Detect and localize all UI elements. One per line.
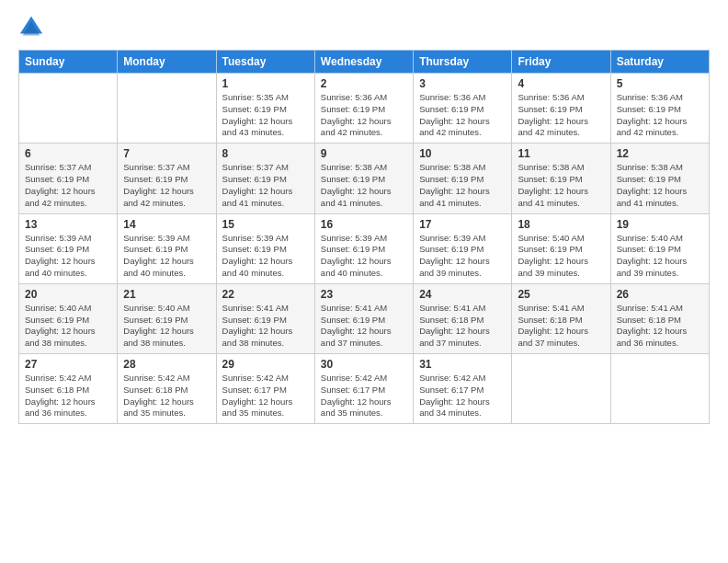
weekday-header-monday: Monday [118,51,216,74]
day-info: Sunrise: 5:41 AM Sunset: 6:18 PM Dayligh… [419,303,506,350]
day-info: Sunrise: 5:40 AM Sunset: 6:19 PM Dayligh… [518,233,604,280]
calendar-cell [118,74,216,144]
calendar-cell: 1Sunrise: 5:35 AM Sunset: 6:19 PM Daylig… [216,74,314,144]
day-info: Sunrise: 5:36 AM Sunset: 6:19 PM Dayligh… [518,92,604,139]
day-number: 30 [321,358,407,371]
day-number: 3 [419,77,506,90]
day-info: Sunrise: 5:42 AM Sunset: 6:17 PM Dayligh… [222,373,309,419]
calendar-cell: 11Sunrise: 5:38 AM Sunset: 6:19 PM Dayli… [512,144,610,213]
day-info: Sunrise: 5:40 AM Sunset: 6:19 PM Dayligh… [617,233,703,280]
weekday-header-row: SundayMondayTuesdayWednesdayThursdayFrid… [19,51,710,74]
day-info: Sunrise: 5:38 AM Sunset: 6:19 PM Dayligh… [321,162,407,209]
day-info: Sunrise: 5:37 AM Sunset: 6:19 PM Dayligh… [123,162,210,209]
calendar-cell [512,354,610,424]
calendar-cell: 13Sunrise: 5:39 AM Sunset: 6:19 PM Dayli… [19,213,118,283]
calendar-cell [610,354,709,424]
day-number: 27 [25,358,111,371]
calendar-cell: 27Sunrise: 5:42 AM Sunset: 6:18 PM Dayli… [19,354,118,424]
day-number: 14 [123,218,210,231]
day-number: 16 [321,218,407,231]
day-number: 19 [617,218,703,231]
calendar-cell: 20Sunrise: 5:40 AM Sunset: 6:19 PM Dayli… [19,283,118,353]
day-number: 2 [321,77,407,90]
weekday-header-thursday: Thursday [414,51,512,74]
day-number: 17 [419,218,506,231]
header [18,15,710,40]
day-info: Sunrise: 5:39 AM Sunset: 6:19 PM Dayligh… [321,233,407,280]
calendar-cell: 26Sunrise: 5:41 AM Sunset: 6:18 PM Dayli… [610,283,709,353]
weekday-header-wednesday: Wednesday [314,51,413,74]
day-number: 15 [222,218,309,231]
day-info: Sunrise: 5:41 AM Sunset: 6:19 PM Dayligh… [321,303,407,350]
day-number: 6 [25,147,111,160]
calendar-cell: 3Sunrise: 5:36 AM Sunset: 6:19 PM Daylig… [414,74,512,144]
day-number: 4 [518,77,604,90]
day-info: Sunrise: 5:40 AM Sunset: 6:19 PM Dayligh… [123,303,210,350]
day-number: 13 [25,218,111,231]
day-info: Sunrise: 5:42 AM Sunset: 6:17 PM Dayligh… [321,373,407,419]
day-number: 9 [321,147,407,160]
calendar-cell: 9Sunrise: 5:38 AM Sunset: 6:19 PM Daylig… [314,144,413,213]
weekday-header-saturday: Saturday [610,51,709,74]
day-info: Sunrise: 5:41 AM Sunset: 6:18 PM Dayligh… [518,303,604,350]
day-number: 22 [222,288,309,301]
day-info: Sunrise: 5:37 AM Sunset: 6:19 PM Dayligh… [222,162,309,209]
calendar-week-row: 20Sunrise: 5:40 AM Sunset: 6:19 PM Dayli… [19,283,710,353]
calendar-cell: 21Sunrise: 5:40 AM Sunset: 6:19 PM Dayli… [118,283,216,353]
day-info: Sunrise: 5:35 AM Sunset: 6:19 PM Dayligh… [222,92,309,139]
day-number: 18 [518,218,604,231]
day-info: Sunrise: 5:42 AM Sunset: 6:18 PM Dayligh… [25,373,111,419]
weekday-header-friday: Friday [512,51,610,74]
day-info: Sunrise: 5:41 AM Sunset: 6:19 PM Dayligh… [222,303,309,350]
day-number: 10 [419,147,506,160]
calendar-week-row: 27Sunrise: 5:42 AM Sunset: 6:18 PM Dayli… [19,354,710,424]
day-info: Sunrise: 5:38 AM Sunset: 6:19 PM Dayligh… [518,162,604,209]
day-number: 1 [222,77,309,90]
day-info: Sunrise: 5:39 AM Sunset: 6:19 PM Dayligh… [123,233,210,280]
calendar-cell: 24Sunrise: 5:41 AM Sunset: 6:18 PM Dayli… [414,283,512,353]
day-number: 21 [123,288,210,301]
calendar-cell: 15Sunrise: 5:39 AM Sunset: 6:19 PM Dayli… [216,213,314,283]
calendar-cell: 4Sunrise: 5:36 AM Sunset: 6:19 PM Daylig… [512,74,610,144]
calendar-table: SundayMondayTuesdayWednesdayThursdayFrid… [18,50,710,424]
logo [18,15,48,40]
calendar-cell: 18Sunrise: 5:40 AM Sunset: 6:19 PM Dayli… [512,213,610,283]
day-number: 24 [419,288,506,301]
calendar-cell: 31Sunrise: 5:42 AM Sunset: 6:17 PM Dayli… [414,354,512,424]
day-number: 12 [617,147,703,160]
day-info: Sunrise: 5:37 AM Sunset: 6:19 PM Dayligh… [25,162,111,209]
weekday-header-tuesday: Tuesday [216,51,314,74]
day-number: 25 [518,288,604,301]
calendar-cell: 29Sunrise: 5:42 AM Sunset: 6:17 PM Dayli… [216,354,314,424]
day-number: 31 [419,358,506,371]
day-number: 28 [123,358,210,371]
day-number: 26 [617,288,703,301]
calendar-cell: 2Sunrise: 5:36 AM Sunset: 6:19 PM Daylig… [314,74,413,144]
weekday-header-sunday: Sunday [19,51,118,74]
day-info: Sunrise: 5:39 AM Sunset: 6:19 PM Dayligh… [419,233,506,280]
day-number: 5 [617,77,703,90]
day-number: 20 [25,288,111,301]
day-number: 8 [222,147,309,160]
day-info: Sunrise: 5:36 AM Sunset: 6:19 PM Dayligh… [321,92,407,139]
calendar-cell: 5Sunrise: 5:36 AM Sunset: 6:19 PM Daylig… [610,74,709,144]
calendar-cell: 30Sunrise: 5:42 AM Sunset: 6:17 PM Dayli… [314,354,413,424]
day-info: Sunrise: 5:42 AM Sunset: 6:17 PM Dayligh… [419,373,506,419]
page: SundayMondayTuesdayWednesdayThursdayFrid… [0,0,728,563]
calendar-cell: 23Sunrise: 5:41 AM Sunset: 6:19 PM Dayli… [314,283,413,353]
calendar-cell [19,74,118,144]
calendar-cell: 8Sunrise: 5:37 AM Sunset: 6:19 PM Daylig… [216,144,314,213]
calendar-cell: 17Sunrise: 5:39 AM Sunset: 6:19 PM Dayli… [414,213,512,283]
day-info: Sunrise: 5:40 AM Sunset: 6:19 PM Dayligh… [25,303,111,350]
day-info: Sunrise: 5:38 AM Sunset: 6:19 PM Dayligh… [617,162,703,209]
day-number: 23 [321,288,407,301]
calendar-week-row: 6Sunrise: 5:37 AM Sunset: 6:19 PM Daylig… [19,144,710,213]
calendar-week-row: 1Sunrise: 5:35 AM Sunset: 6:19 PM Daylig… [19,74,710,144]
day-number: 7 [123,147,210,160]
calendar-cell: 28Sunrise: 5:42 AM Sunset: 6:18 PM Dayli… [118,354,216,424]
calendar-cell: 25Sunrise: 5:41 AM Sunset: 6:18 PM Dayli… [512,283,610,353]
calendar-cell: 14Sunrise: 5:39 AM Sunset: 6:19 PM Dayli… [118,213,216,283]
day-info: Sunrise: 5:36 AM Sunset: 6:19 PM Dayligh… [617,92,703,139]
day-info: Sunrise: 5:36 AM Sunset: 6:19 PM Dayligh… [419,92,506,139]
calendar-cell: 10Sunrise: 5:38 AM Sunset: 6:19 PM Dayli… [414,144,512,213]
